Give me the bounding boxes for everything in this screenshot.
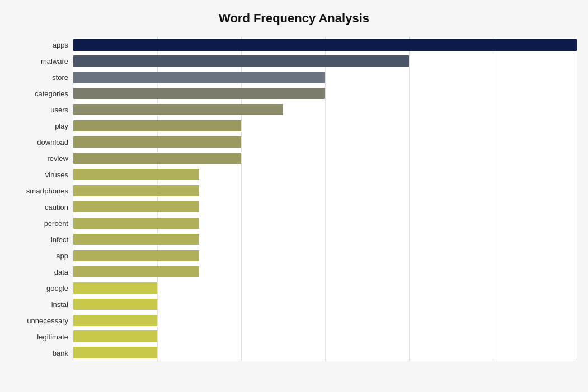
- bar-row: [73, 344, 577, 361]
- y-label: google: [46, 280, 68, 296]
- bar-row: [73, 231, 577, 247]
- bar-row: [73, 263, 577, 280]
- y-label: store: [52, 69, 68, 86]
- bar: [73, 282, 157, 294]
- bars-area: [73, 37, 577, 361]
- bar-row: [73, 215, 577, 231]
- y-label: users: [50, 102, 68, 118]
- bar-row: [73, 69, 577, 86]
- bar-row: [73, 280, 577, 296]
- bar: [73, 299, 157, 310]
- y-label: bank: [53, 345, 68, 361]
- y-label: malware: [41, 53, 68, 69]
- y-label: instal: [51, 296, 68, 313]
- y-label: play: [55, 118, 68, 134]
- y-labels: appsmalwarestorecategoriesusersplaydownl…: [11, 37, 73, 361]
- bar: [73, 136, 241, 148]
- bar-row: [73, 37, 577, 53]
- bar: [73, 234, 199, 245]
- bar-row: [73, 53, 577, 69]
- chart-container: Word Frequency Analysis appsmalwarestore…: [0, 0, 588, 392]
- bar: [73, 55, 409, 67]
- bar-row: [73, 167, 577, 183]
- y-label: legitimate: [37, 329, 68, 345]
- bar: [73, 218, 199, 229]
- bar-row: [73, 102, 577, 118]
- bar: [73, 39, 577, 50]
- bar: [73, 88, 325, 99]
- y-label: smartphones: [26, 183, 68, 199]
- bar: [73, 104, 283, 115]
- y-label: categories: [35, 86, 68, 102]
- y-label: data: [54, 264, 68, 280]
- y-label: download: [37, 134, 68, 150]
- bar-row: [73, 247, 577, 263]
- bar: [73, 250, 199, 261]
- grid-line: [577, 37, 577, 361]
- bar-row: [73, 312, 577, 328]
- y-label: viruses: [45, 167, 68, 183]
- bar-row: [73, 134, 577, 150]
- bar: [73, 169, 199, 180]
- bar: [73, 315, 157, 326]
- y-label: caution: [45, 199, 68, 215]
- bar: [73, 330, 157, 342]
- bar-row: [73, 150, 577, 167]
- bar-row: [73, 328, 577, 344]
- y-label: unnecessary: [27, 313, 68, 329]
- y-label: infect: [51, 232, 68, 248]
- bar: [73, 347, 157, 358]
- y-label: app: [56, 248, 68, 264]
- bar: [73, 201, 199, 212]
- y-label: apps: [53, 37, 68, 53]
- bar-row: [73, 183, 577, 199]
- bar-row: [73, 296, 577, 312]
- bar: [73, 266, 199, 277]
- bar: [73, 72, 325, 83]
- chart-title: Word Frequency Analysis: [11, 11, 577, 26]
- bar-row: [73, 118, 577, 134]
- bar: [73, 120, 241, 131]
- bar: [73, 185, 199, 196]
- y-label: percent: [44, 215, 68, 232]
- bar-row: [73, 86, 577, 102]
- bar-row: [73, 199, 577, 215]
- y-label: review: [47, 150, 68, 167]
- bar: [73, 153, 241, 164]
